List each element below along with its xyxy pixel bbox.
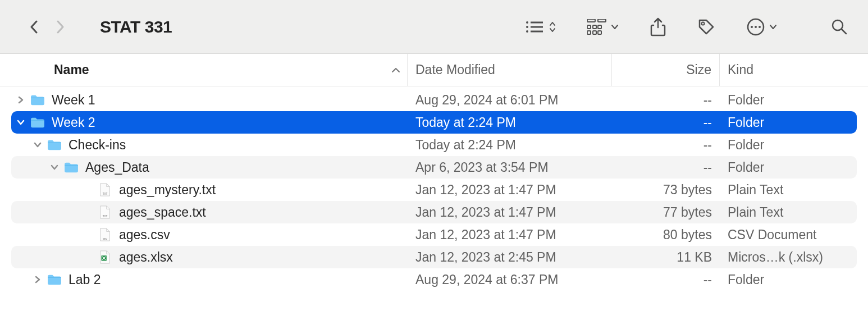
sort-indicator: [391, 67, 400, 73]
svg-point-16: [751, 26, 753, 28]
folder-icon: [29, 94, 46, 106]
disclosure-triangle[interactable]: [49, 164, 60, 170]
svg-point-2: [526, 26, 528, 28]
svg-rect-11: [587, 31, 591, 34]
file-size: --: [612, 93, 720, 108]
file-row[interactable]: ages_space.txtJan 12, 2023 at 1:47 PM77 …: [11, 201, 857, 223]
file-size: 77 bytes: [612, 205, 720, 220]
file-list: Week 1Aug 29, 2024 at 6:01 PM--FolderWee…: [0, 86, 868, 291]
file-date: Jan 12, 2023 at 1:47 PM: [408, 205, 612, 220]
svg-rect-12: [593, 31, 596, 34]
file-size: 73 bytes: [612, 182, 720, 198]
file-date: Jan 12, 2023 at 2:45 PM: [408, 250, 612, 265]
csv-icon: [97, 227, 113, 243]
file-date: Aug 29, 2024 at 6:37 PM: [408, 272, 612, 287]
file-size: 80 bytes: [612, 227, 720, 243]
disclosure-triangle[interactable]: [16, 96, 26, 104]
column-kind[interactable]: Kind: [720, 54, 868, 86]
file-name: Week 1: [52, 93, 95, 108]
folder-icon: [46, 139, 63, 151]
column-name-label: Name: [54, 62, 89, 77]
file-row[interactable]: ages_mystery.txtJan 12, 2023 at 1:47 PM7…: [11, 179, 857, 201]
file-name: Week 2: [52, 115, 95, 130]
file-name: Lab 2: [68, 272, 101, 287]
back-button[interactable]: [28, 18, 39, 36]
file-date: Today at 2:24 PM: [408, 138, 612, 153]
forward-button[interactable]: [55, 18, 66, 36]
file-name: ages.csv: [119, 227, 170, 243]
file-date: Today at 2:24 PM: [408, 115, 612, 130]
file-row[interactable]: ages.xlsxJan 12, 2023 at 2:45 PM11 KBMic…: [11, 246, 857, 268]
svg-point-18: [759, 26, 761, 28]
svg-rect-8: [587, 25, 591, 29]
file-size: --: [612, 272, 720, 287]
disclosure-triangle[interactable]: [16, 120, 26, 125]
txt-icon: [97, 182, 113, 198]
folder-icon: [46, 273, 63, 286]
file-date: Jan 12, 2023 at 1:47 PM: [408, 227, 612, 243]
svg-rect-10: [598, 25, 601, 29]
svg-rect-7: [598, 19, 606, 22]
file-row[interactable]: Lab 2Aug 29, 2024 at 6:37 PM--Folder: [11, 268, 857, 291]
svg-rect-6: [587, 19, 595, 22]
chevron-down-icon: [611, 24, 619, 30]
column-header: Name Date Modified Size Kind: [0, 54, 868, 86]
svg-point-0: [526, 21, 528, 24]
window-title: STAT 331: [100, 17, 172, 36]
file-size: 11 KB: [612, 250, 720, 265]
nav-arrows: [28, 18, 66, 36]
chevron-down-icon: [769, 24, 777, 30]
svg-rect-5: [531, 30, 543, 32]
file-name: ages_mystery.txt: [119, 182, 216, 198]
file-kind: Folder: [720, 160, 857, 175]
xlsx-icon: [97, 249, 113, 265]
file-name: ages.xlsx: [119, 250, 173, 265]
search-button[interactable]: [831, 19, 848, 35]
file-kind: Plain Text: [720, 205, 857, 220]
file-name: ages_space.txt: [119, 205, 206, 220]
tag-button[interactable]: [697, 18, 715, 36]
file-kind: Micros…k (.xlsx): [720, 250, 857, 265]
svg-point-14: [702, 22, 705, 25]
file-date: Jan 12, 2023 at 1:47 PM: [408, 182, 612, 198]
file-date: Aug 29, 2024 at 6:01 PM: [408, 93, 612, 108]
group-button[interactable]: [587, 19, 619, 35]
file-name: Ages_Data: [85, 160, 149, 175]
share-button[interactable]: [650, 17, 666, 36]
file-row[interactable]: Week 1Aug 29, 2024 at 6:01 PM--Folder: [11, 89, 857, 111]
chevron-updown-icon: [549, 21, 556, 33]
svg-rect-13: [598, 31, 601, 34]
file-kind: Plain Text: [720, 182, 857, 198]
svg-rect-3: [531, 26, 543, 28]
txt-icon: [97, 204, 113, 220]
disclosure-triangle[interactable]: [33, 142, 43, 148]
file-size: --: [612, 115, 720, 130]
file-kind: Folder: [720, 138, 857, 153]
svg-rect-9: [593, 25, 596, 29]
file-size: --: [612, 138, 720, 153]
file-kind: Folder: [720, 115, 857, 130]
more-button[interactable]: [747, 18, 777, 36]
file-row[interactable]: Week 2Today at 2:24 PM--Folder: [11, 111, 857, 134]
svg-point-4: [526, 30, 528, 33]
file-name: Check-ins: [68, 138, 126, 153]
folder-icon: [29, 116, 46, 129]
column-size[interactable]: Size: [612, 54, 720, 86]
folder-icon: [63, 161, 80, 173]
toolbar-icons: [526, 17, 848, 36]
svg-rect-1: [531, 21, 543, 23]
toolbar: STAT 331: [0, 0, 868, 54]
file-row[interactable]: ages.csvJan 12, 2023 at 1:47 PM80 bytesC…: [11, 223, 857, 246]
disclosure-triangle[interactable]: [33, 276, 43, 283]
file-row[interactable]: Ages_DataApr 6, 2023 at 3:54 PM--Folder: [11, 156, 857, 179]
svg-point-17: [755, 26, 757, 28]
file-kind: Folder: [720, 93, 857, 108]
view-mode-button[interactable]: [526, 20, 556, 34]
file-kind: Folder: [720, 272, 857, 287]
file-size: --: [612, 160, 720, 175]
file-kind: CSV Document: [720, 227, 857, 243]
file-date: Apr 6, 2023 at 3:54 PM: [408, 160, 612, 175]
column-date[interactable]: Date Modified: [408, 54, 612, 86]
file-row[interactable]: Check-insToday at 2:24 PM--Folder: [11, 134, 857, 156]
column-name[interactable]: Name: [0, 54, 408, 86]
